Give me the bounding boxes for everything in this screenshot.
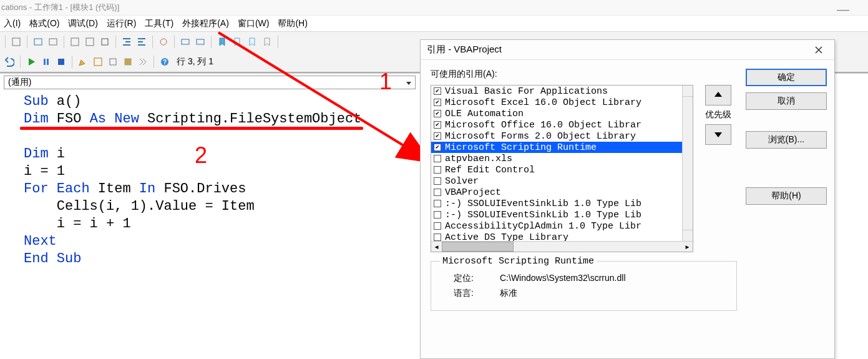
reference-checkbox[interactable] bbox=[434, 234, 441, 241]
bookmark-next-icon[interactable] bbox=[230, 35, 244, 49]
references-listbox[interactable]: Visual Basic For ApplicationsMicrosoft E… bbox=[431, 85, 693, 252]
reference-item[interactable]: VBAProject bbox=[431, 187, 682, 198]
reference-item[interactable]: Microsoft Excel 16.0 Object Library bbox=[431, 97, 682, 108]
location-value: C:\Windows\System32\scrrun.dll bbox=[500, 273, 626, 284]
reference-checkbox[interactable] bbox=[434, 211, 441, 219]
available-refs-label: 可使用的引用(A): bbox=[431, 69, 737, 80]
horizontal-scrollbar[interactable]: ◂▸ bbox=[431, 241, 693, 252]
dialog-title: 引用 - VBAProject bbox=[427, 44, 502, 56]
design-icon[interactable] bbox=[76, 55, 90, 69]
object-combo[interactable]: (通用) bbox=[4, 76, 416, 89]
priority-down-button[interactable] bbox=[705, 124, 731, 145]
tool-icon[interactable] bbox=[46, 35, 60, 49]
menu-run[interactable]: 运行(R) bbox=[107, 18, 136, 29]
reference-checkbox[interactable] bbox=[434, 189, 441, 196]
menu-addins[interactable]: 外接程序(A) bbox=[182, 18, 229, 29]
undo-icon[interactable] bbox=[2, 55, 16, 69]
reference-item[interactable]: AccessibilityCplAdmin 1.0 Type Libr bbox=[431, 220, 682, 232]
menu-debug[interactable]: 调试(D) bbox=[68, 18, 97, 29]
bookmark-clear-icon[interactable] bbox=[260, 35, 274, 49]
tool-icon[interactable] bbox=[91, 55, 105, 69]
reference-label: VBAProject bbox=[445, 187, 501, 198]
reference-checkbox[interactable] bbox=[434, 121, 441, 129]
tool-icon[interactable] bbox=[121, 55, 135, 69]
reference-label: Microsoft Excel 16.0 Object Library bbox=[445, 97, 641, 108]
reference-item[interactable]: Visual Basic For Applications bbox=[431, 86, 682, 97]
svg-rect-2 bbox=[49, 39, 57, 45]
reference-checkbox[interactable] bbox=[434, 132, 441, 140]
tool-icon[interactable] bbox=[31, 35, 45, 49]
menu-tools[interactable]: 工具(T) bbox=[145, 18, 173, 29]
cancel-button[interactable]: 取消 bbox=[746, 92, 827, 110]
priority-up-button[interactable] bbox=[705, 85, 731, 106]
reference-checkbox[interactable] bbox=[434, 155, 441, 162]
reference-label: Solver bbox=[445, 176, 479, 187]
svg-text:?: ? bbox=[163, 59, 167, 66]
reference-label: Microsoft Scripting Runtime bbox=[445, 142, 597, 153]
svg-rect-10 bbox=[47, 59, 49, 65]
vertical-scrollbar[interactable] bbox=[682, 86, 693, 241]
reference-item[interactable]: Ref Edit Control bbox=[431, 164, 682, 175]
reference-checkbox[interactable] bbox=[434, 166, 441, 174]
indent-icon[interactable] bbox=[120, 35, 134, 49]
menu-help[interactable]: 帮助(H) bbox=[278, 18, 307, 29]
svg-rect-12 bbox=[94, 58, 102, 66]
tool-icon[interactable] bbox=[9, 35, 23, 49]
browse-button[interactable]: 浏览(B)... bbox=[746, 131, 827, 149]
run-icon[interactable] bbox=[24, 55, 38, 69]
toolbox-icon[interactable] bbox=[136, 55, 150, 69]
tool-icon[interactable] bbox=[106, 55, 120, 69]
reference-item[interactable]: Microsoft Forms 2.0 Object Library bbox=[431, 130, 682, 142]
tool-icon[interactable] bbox=[193, 35, 207, 49]
reference-checkbox[interactable] bbox=[434, 99, 441, 106]
reference-checkbox[interactable] bbox=[434, 144, 441, 151]
reference-item[interactable]: :-) SSOLUIEventSinkLib 1.0 Type Lib bbox=[431, 198, 682, 209]
bookmark-icon[interactable] bbox=[215, 35, 229, 49]
svg-rect-14 bbox=[125, 59, 131, 65]
close-icon[interactable] bbox=[809, 41, 828, 59]
title-bar: cations - 工作簿1 - [模块1 (代码)] — bbox=[0, 0, 868, 15]
reference-item[interactable]: Microsoft Office 16.0 Object Librar bbox=[431, 119, 682, 130]
help-button[interactable]: 帮助(H) bbox=[746, 187, 827, 205]
svg-rect-7 bbox=[182, 39, 189, 44]
menu-insert[interactable]: 入(I) bbox=[4, 18, 21, 29]
tool-icon[interactable] bbox=[157, 35, 170, 49]
reference-item[interactable]: Microsoft Scripting Runtime bbox=[431, 142, 682, 153]
reference-checkbox[interactable] bbox=[434, 87, 441, 95]
priority-label: 优先级 bbox=[705, 109, 731, 120]
reference-checkbox[interactable] bbox=[434, 222, 441, 230]
reference-item[interactable]: :-) SSOLUIEventSinkLib 1.0 Type Lib bbox=[431, 209, 682, 220]
reference-item[interactable]: OLE Automation bbox=[431, 108, 682, 119]
pause-icon[interactable] bbox=[39, 55, 53, 69]
tool-icon[interactable] bbox=[98, 35, 112, 49]
stop-icon[interactable] bbox=[54, 55, 68, 69]
outdent-icon[interactable] bbox=[135, 35, 149, 49]
tool-icon[interactable] bbox=[68, 35, 82, 49]
minimize-icon[interactable]: — bbox=[837, 2, 849, 17]
help-icon[interactable]: ? bbox=[158, 55, 172, 69]
svg-rect-5 bbox=[102, 39, 108, 45]
svg-rect-4 bbox=[86, 38, 94, 46]
reference-item[interactable]: atpvbaen.xls bbox=[431, 153, 682, 164]
svg-rect-1 bbox=[34, 39, 42, 45]
reference-checkbox[interactable] bbox=[434, 177, 441, 185]
svg-rect-9 bbox=[44, 59, 46, 65]
svg-rect-8 bbox=[197, 39, 204, 44]
reference-label: Ref Edit Control bbox=[445, 165, 535, 175]
reference-label: :-) SSOLUIEventSinkLib 1.0 Type Lib bbox=[445, 199, 641, 209]
tool-icon[interactable] bbox=[178, 35, 192, 49]
reference-checkbox[interactable] bbox=[434, 200, 441, 207]
menu-format[interactable]: 格式(O) bbox=[29, 18, 59, 29]
bookmark-prev-icon[interactable] bbox=[245, 35, 259, 49]
reference-item[interactable]: Active DS Type Library bbox=[431, 232, 682, 241]
reference-details: Microsoft Scripting Runtime 定位: C:\Windo… bbox=[431, 261, 737, 311]
window-title: cations - 工作簿1 - [模块1 (代码)] bbox=[1, 2, 119, 12]
reference-checkbox[interactable] bbox=[434, 110, 441, 117]
tool-icon[interactable] bbox=[83, 35, 97, 49]
svg-rect-11 bbox=[58, 59, 64, 65]
ok-button[interactable]: 确定 bbox=[746, 69, 827, 86]
menu-window[interactable]: 窗口(W) bbox=[238, 18, 270, 29]
location-label: 定位: bbox=[454, 273, 485, 284]
reference-item[interactable]: Solver bbox=[431, 175, 682, 187]
menu-bar: 入(I) 格式(O) 调试(D) 运行(R) 工具(T) 外接程序(A) 窗口(… bbox=[0, 15, 868, 31]
